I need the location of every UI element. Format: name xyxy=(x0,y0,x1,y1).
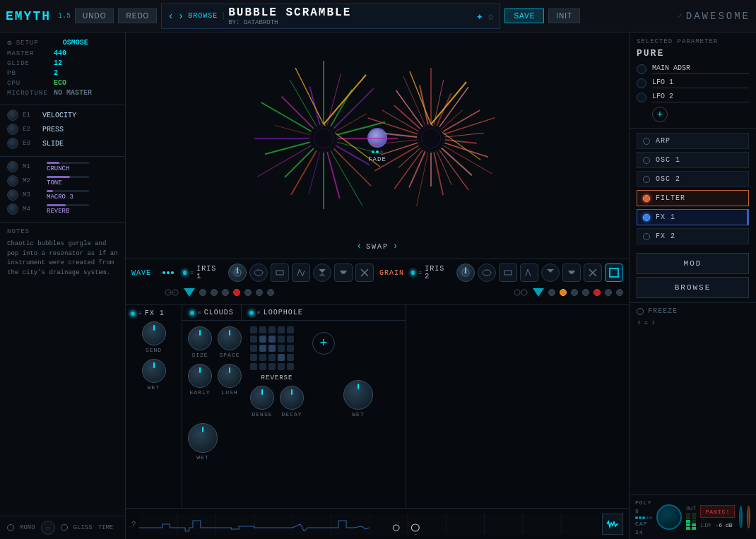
master-value[interactable]: 440 xyxy=(54,49,66,57)
grain-shape-cup[interactable] xyxy=(562,263,581,282)
grain-ctrl-dot-3[interactable] xyxy=(582,289,589,296)
grain-ctrl-dot-2[interactable] xyxy=(571,289,578,296)
clouds-wet-knob[interactable] xyxy=(343,380,373,410)
e1-knob[interactable] xyxy=(7,109,18,121)
undo-button[interactable]: UNDO xyxy=(75,8,114,23)
wave-ctrl-dot-4[interactable] xyxy=(244,289,252,296)
m2-knob[interactable] xyxy=(7,175,18,186)
grain-shape-1[interactable] xyxy=(456,263,475,282)
effects-knob-2[interactable] xyxy=(747,506,750,528)
wave-shape-fan[interactable] xyxy=(313,263,331,282)
grain-ctrl-dot-orange[interactable] xyxy=(560,289,567,296)
lfo1-dot[interactable] xyxy=(637,78,646,88)
clouds-tab[interactable]: ≡ CLOUDS xyxy=(182,305,242,320)
grain-shape-fan[interactable] xyxy=(541,263,560,282)
space-knob[interactable] xyxy=(218,326,242,350)
panic-button[interactable]: PANIC! xyxy=(700,505,735,518)
size-knob[interactable] xyxy=(188,326,212,350)
m1-knob[interactable] xyxy=(7,161,18,172)
wave-ctrl-dot-1[interactable] xyxy=(199,289,206,296)
arp-route-btn[interactable]: ARP xyxy=(637,133,749,149)
loophole-wet-knob[interactable] xyxy=(188,423,218,453)
waveform-icon-button[interactable] xyxy=(602,514,623,535)
redo-button[interactable]: REDO xyxy=(118,8,157,23)
osc1-route-btn[interactable]: OSC 1 xyxy=(637,152,749,168)
fx1-route-btn[interactable]: FX 1 xyxy=(637,209,749,225)
e3-knob[interactable] xyxy=(7,138,18,149)
effects-knob-1[interactable] xyxy=(739,506,743,528)
add-modulator-button[interactable]: + xyxy=(652,107,668,122)
wave-ctrl-dot-3[interactable] xyxy=(222,289,229,296)
cpu-value[interactable]: ECO xyxy=(54,79,66,87)
lfo1-label[interactable]: LFO 1 xyxy=(652,78,749,88)
browse-label[interactable]: BROWSE xyxy=(188,12,224,20)
wave-shape-1[interactable] xyxy=(228,263,247,282)
main-adsr-dot[interactable] xyxy=(637,64,646,74)
freeze-radio[interactable] xyxy=(637,308,644,315)
swap-left-icon[interactable]: ‹ xyxy=(357,242,362,251)
microtune-value[interactable]: NO MASTER xyxy=(54,89,92,97)
meter-l-seg5 xyxy=(686,513,690,516)
pb-value[interactable]: 2 xyxy=(54,69,58,77)
grain-shape-3[interactable] xyxy=(499,263,517,282)
m3-knob[interactable] xyxy=(7,189,18,201)
e3-label: E3 xyxy=(23,140,38,147)
wave-shape-3[interactable] xyxy=(271,263,289,282)
wave-ctrl-dot-6[interactable] xyxy=(267,289,274,296)
e2-knob[interactable] xyxy=(7,124,18,135)
mono-radio[interactable] xyxy=(7,524,14,531)
e2-value[interactable]: PRESS xyxy=(42,126,118,134)
freeze-prev-icon[interactable]: ‹ xyxy=(637,318,642,328)
gliss-radio[interactable] xyxy=(61,524,68,531)
setup-mode[interactable]: OSMOSE xyxy=(63,39,88,47)
add-fx-button[interactable]: + xyxy=(312,332,335,355)
svg-rect-79 xyxy=(504,271,512,275)
grain-ctrl-dot-red[interactable] xyxy=(593,289,601,296)
swap-right-icon[interactable]: › xyxy=(393,242,398,251)
grain-shape-selected[interactable] xyxy=(605,263,623,282)
wave-ctrl-dot-red[interactable] xyxy=(233,289,240,296)
favorite-icon[interactable]: ☆ xyxy=(488,9,495,23)
wave-shape-2[interactable] xyxy=(249,263,268,282)
fx2-route-btn[interactable]: FX 2 xyxy=(637,228,749,244)
grain-shape-x[interactable] xyxy=(584,263,602,282)
swap-label[interactable]: SWAP xyxy=(366,243,389,251)
decay-knob[interactable] xyxy=(280,386,304,410)
grain-label: GRAIN xyxy=(379,269,405,277)
main-adsr-label[interactable]: MAIN ADSR xyxy=(652,64,749,74)
wave-shape-x[interactable] xyxy=(355,263,374,282)
grain-ctrl-dot-4[interactable] xyxy=(605,289,612,296)
wave-shape-cup[interactable] xyxy=(334,263,353,282)
mono-toggle[interactable]: ○ xyxy=(41,521,55,535)
wave-ctrl-dot-2[interactable] xyxy=(211,289,218,296)
lfo2-label[interactable]: LFO 2 xyxy=(652,93,749,102)
early-knob[interactable] xyxy=(188,364,212,388)
space-knob-item: SPACE xyxy=(218,326,242,358)
dense-knob[interactable] xyxy=(250,386,274,410)
prev-preset-button[interactable]: ‹ xyxy=(167,11,173,22)
glide-value[interactable]: 12 xyxy=(54,59,62,67)
mod-button[interactable]: MOD xyxy=(637,253,749,274)
fx1-send-knob[interactable] xyxy=(142,321,166,345)
grain-ctrl-dot-5[interactable] xyxy=(616,289,623,296)
lush-knob[interactable] xyxy=(218,364,242,388)
init-button[interactable]: INIT xyxy=(548,8,580,23)
e1-value[interactable]: VELOCITY xyxy=(42,112,118,119)
e3-value[interactable]: SLIDE xyxy=(42,140,118,148)
filter-route-btn[interactable]: FILTER xyxy=(637,190,749,206)
grain-shape-2[interactable] xyxy=(478,263,496,282)
next-preset-button[interactable]: › xyxy=(178,11,184,22)
lfo2-dot[interactable] xyxy=(637,93,646,102)
wave-ctrl-dot-5[interactable] xyxy=(256,289,263,296)
fx1-wet-knob[interactable] xyxy=(142,359,166,383)
grain-shape-4[interactable] xyxy=(520,263,538,282)
tuner-knob[interactable] xyxy=(656,504,682,530)
osc2-route-btn[interactable]: OSC 2 xyxy=(637,171,749,187)
m4-knob[interactable] xyxy=(7,203,18,215)
grain-ctrl-dot-1[interactable] xyxy=(548,289,555,296)
freeze-next-icon[interactable]: › xyxy=(651,318,656,328)
wave-shape-4[interactable] xyxy=(292,263,310,282)
loophole-tab[interactable]: ≡ LOOPHOLE xyxy=(242,305,310,320)
save-button[interactable]: SAVE xyxy=(504,8,544,23)
browse-button[interactable]: BROWSE xyxy=(637,277,749,298)
